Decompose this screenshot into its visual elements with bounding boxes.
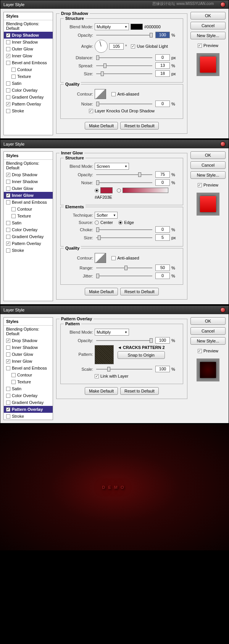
checkbox-icon[interactable] [6, 228, 10, 232]
style-texture[interactable]: Texture [4, 73, 53, 80]
blend-mode-select[interactable]: Multiply [95, 23, 129, 30]
style-pattern-overlay[interactable]: Pattern Overlay [4, 240, 53, 247]
contour-picker[interactable] [95, 89, 106, 99]
checkbox-icon[interactable] [6, 366, 10, 370]
checkbox-icon[interactable] [11, 75, 16, 79]
checkbox-icon[interactable] [6, 109, 10, 113]
new-style-button[interactable]: New Style... [190, 337, 226, 345]
noise-slider[interactable] [96, 101, 152, 107]
jitter-slider[interactable] [96, 273, 152, 279]
color-radio[interactable] [95, 188, 99, 193]
noise-input[interactable]: 0 [155, 179, 170, 186]
ok-button[interactable]: OK [190, 151, 226, 159]
make-default-button[interactable]: Make Default [85, 387, 118, 395]
style-stroke[interactable]: Stroke [4, 413, 53, 420]
source-edge-radio[interactable] [118, 221, 123, 225]
distance-input[interactable]: 0 [155, 54, 170, 61]
opacity-input[interactable]: 100 [155, 32, 170, 38]
scale-input[interactable]: 100 [155, 366, 170, 372]
reset-default-button[interactable]: Reset to Default [120, 288, 159, 295]
checkbox-icon[interactable] [11, 68, 16, 72]
color-swatch[interactable] [131, 24, 143, 30]
global-light-checkbox[interactable] [131, 44, 135, 49]
size-input[interactable]: 18 [155, 70, 170, 77]
checkbox-icon[interactable] [6, 61, 10, 65]
link-layer-checkbox[interactable] [95, 374, 99, 378]
preview-checkbox[interactable] [198, 44, 202, 48]
new-style-button[interactable]: New Style... [190, 171, 226, 179]
opacity-slider[interactable] [96, 337, 152, 344]
checkbox-icon[interactable] [6, 221, 10, 225]
choke-slider[interactable] [96, 227, 152, 233]
close-orb[interactable] [220, 307, 226, 313]
checkbox-icon[interactable] [11, 380, 16, 384]
checkbox-icon[interactable] [6, 242, 10, 246]
style-texture[interactable]: Texture [4, 213, 53, 219]
checkbox-icon[interactable] [11, 214, 16, 218]
angle-dial[interactable] [95, 40, 108, 53]
make-default-button[interactable]: Make Default [85, 288, 118, 295]
checkbox-icon[interactable] [6, 346, 10, 350]
ok-button[interactable]: OK [190, 12, 226, 19]
style-color-overlay[interactable]: Color Overlay [4, 392, 53, 399]
style-drop-shadow[interactable]: Drop Shadow [4, 171, 53, 178]
checkbox-icon[interactable] [6, 54, 10, 58]
style-gradient-overlay[interactable]: Gradient Overlay [4, 233, 53, 240]
pattern-picker[interactable] [95, 345, 114, 364]
choke-input[interactable]: 0 [155, 226, 170, 233]
style-outer-glow[interactable]: Outer Glow [4, 45, 53, 52]
preview-checkbox[interactable] [198, 183, 202, 187]
gradient-radio[interactable] [117, 188, 121, 193]
style-inner-glow[interactable]: Inner Glow [4, 52, 53, 59]
blending-options[interactable]: Blending Options: Default [4, 160, 53, 171]
style-stroke[interactable]: Stroke [4, 247, 53, 254]
style-satin[interactable]: Satin [4, 385, 53, 392]
style-bevel[interactable]: Bevel and Emboss [4, 59, 53, 66]
blending-options[interactable]: Blending Options: Default [4, 20, 53, 32]
scale-slider[interactable] [96, 366, 152, 372]
size-slider[interactable] [96, 235, 152, 241]
cancel-button[interactable]: Cancel [190, 161, 226, 169]
antialiased-checkbox[interactable] [111, 92, 116, 96]
close-orb[interactable] [220, 2, 226, 7]
range-input[interactable]: 50 [155, 264, 170, 271]
checkbox-icon[interactable] [6, 180, 10, 184]
preview-checkbox[interactable] [198, 349, 202, 353]
style-gradient-overlay[interactable]: Gradient Overlay [4, 94, 53, 101]
blending-options[interactable]: Blending Options: Default [4, 326, 53, 337]
blend-mode-select[interactable]: Screen [95, 163, 129, 170]
noise-slider[interactable] [96, 180, 152, 186]
antialiased-checkbox[interactable] [111, 256, 116, 260]
checkbox-icon[interactable] [6, 401, 10, 405]
reset-default-button[interactable]: Reset to Default [120, 387, 159, 395]
range-slider[interactable] [96, 265, 152, 271]
opacity-slider[interactable] [96, 172, 152, 178]
style-bevel[interactable]: Bevel and Emboss [4, 365, 53, 371]
style-texture[interactable]: Texture [4, 378, 53, 385]
style-satin[interactable]: Satin [4, 80, 53, 87]
blend-mode-select[interactable]: Multiply [95, 329, 129, 336]
checkbox-icon[interactable] [6, 248, 10, 253]
technique-select[interactable]: Softer [95, 212, 118, 219]
style-contour[interactable]: Contour [4, 371, 53, 378]
size-input[interactable]: 5 [155, 234, 170, 241]
checkbox-icon[interactable] [6, 187, 10, 191]
cancel-button[interactable]: Cancel [190, 327, 226, 335]
checkbox-icon[interactable] [6, 387, 10, 391]
style-color-overlay[interactable]: Color Overlay [4, 87, 53, 94]
checkbox-icon[interactable] [6, 47, 10, 51]
style-drop-shadow[interactable]: Drop Shadow [4, 337, 53, 344]
noise-input[interactable]: 0 [155, 101, 170, 107]
checkbox-icon[interactable] [6, 40, 10, 44]
style-satin[interactable]: Satin [4, 219, 53, 226]
style-pattern-overlay[interactable]: Pattern Overlay [4, 406, 53, 413]
style-inner-glow[interactable]: Inner Glow [4, 358, 53, 365]
style-color-overlay[interactable]: Color Overlay [4, 226, 53, 233]
checkbox-icon[interactable] [6, 407, 10, 412]
checkbox-icon[interactable] [6, 88, 10, 92]
checkbox-icon[interactable] [6, 235, 10, 239]
glow-color-swatch[interactable] [100, 187, 113, 193]
checkbox-icon[interactable] [6, 193, 10, 198]
checkbox-icon[interactable] [6, 102, 10, 106]
style-contour[interactable]: Contour [4, 206, 53, 213]
